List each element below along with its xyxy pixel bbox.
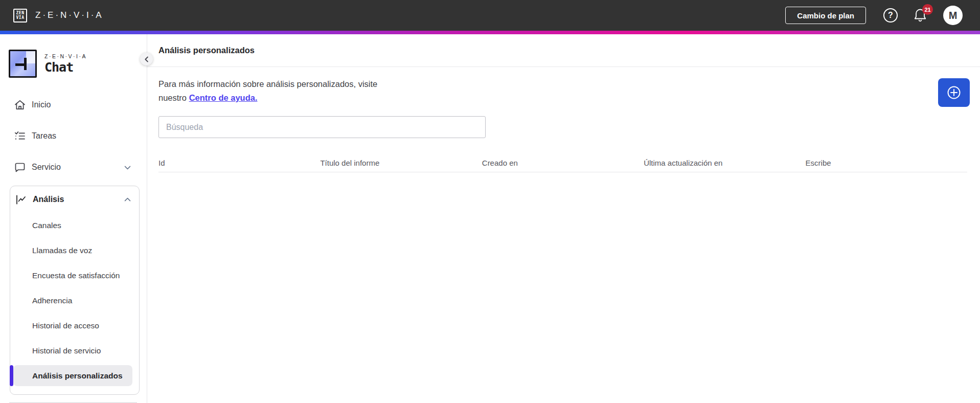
sidebar: Z·E·N·V·I·A Chat Inicio	[0, 34, 147, 403]
sidebar-item-servicio[interactable]: Servicio	[0, 154, 147, 180]
sidebar-subitem-canales[interactable]: Canales	[10, 213, 139, 238]
subitem-label: Historial de acceso	[32, 321, 99, 330]
brand-wordmark: Z·E·N·V·I·A	[35, 10, 104, 20]
search-input[interactable]	[158, 116, 486, 138]
chevron-up-icon	[123, 195, 132, 204]
table-body-empty	[158, 172, 967, 367]
sidebar-item-tareas[interactable]: Tareas	[0, 123, 147, 149]
line-chart-icon	[15, 193, 28, 206]
subitem-label: Encuesta de satisfacción	[32, 271, 120, 280]
zenvia-logo-text-top: ZEN	[16, 11, 25, 15]
sidebar-subitem-encuesta-de-satisfaccion[interactable]: Encuesta de satisfacción	[10, 263, 139, 288]
column-header-creado-en[interactable]: Creado en	[482, 159, 644, 167]
content-area: Para más información sobre análisis pers…	[147, 67, 980, 367]
subitem-label: Adherencia	[32, 296, 72, 305]
topbar: ZEN VIA Z·E·N·V·I·A Cambio de plan ? 21 …	[0, 0, 980, 31]
page-title: Análisis personalizados	[158, 46, 255, 55]
sidebar-item-label: Tareas	[32, 131, 147, 141]
change-plan-button[interactable]: Cambio de plan	[785, 7, 866, 24]
add-report-button[interactable]	[938, 78, 970, 107]
intro-paragraph: Para más información sobre análisis pers…	[158, 77, 404, 105]
sidebar-brand-text: Z·E·N·V·I·A	[44, 53, 87, 59]
sidebar-item-label: Inicio	[32, 100, 147, 109]
sidebar-item-inicio[interactable]: Inicio	[0, 92, 147, 118]
notifications-button[interactable]: 21	[913, 7, 928, 24]
user-avatar[interactable]: M	[943, 6, 963, 25]
tasks-icon	[14, 130, 26, 142]
sidebar-product-text: Chat	[44, 60, 87, 75]
notification-count-badge: 21	[922, 4, 933, 15]
chevron-left-icon	[142, 55, 151, 64]
subitem-label: Canales	[32, 221, 61, 230]
table-header-row: Id Título del informe Creado en Última a…	[158, 153, 967, 172]
sidebar-item-label: Servicio	[32, 163, 123, 172]
chat-bubble-icon	[14, 161, 26, 173]
subitem-label: Análisis personalizados	[32, 371, 123, 380]
sidebar-subitem-historial-de-acceso[interactable]: Historial de acceso	[10, 313, 139, 338]
sidebar-item-label: Análisis	[33, 195, 123, 204]
subitem-label: Historial de servicio	[32, 346, 101, 355]
column-header-titulo[interactable]: Título del informe	[320, 159, 482, 167]
sidebar-menu: Inicio Tareas Servicio	[0, 92, 147, 180]
help-icon[interactable]: ?	[883, 8, 898, 23]
main-content: Análisis personalizados Para más informa…	[147, 34, 980, 403]
column-header-escribe[interactable]: Escribe	[806, 159, 967, 167]
active-indicator-bar	[10, 365, 13, 386]
column-header-ultima-actualizacion[interactable]: Última actualización en	[644, 159, 805, 167]
sidebar-item-analisis[interactable]: Análisis	[10, 186, 139, 213]
zenvia-chat-logo: Z·E·N·V·I·A Chat	[9, 50, 147, 78]
sidebar-subitem-historial-de-servicio[interactable]: Historial de servicio	[10, 338, 139, 363]
zenvia-logo-icon: ZEN VIA	[13, 9, 27, 23]
page-header: Análisis personalizados	[147, 34, 980, 67]
sidebar-subitem-adherencia[interactable]: Adherencia	[10, 288, 139, 313]
column-header-id[interactable]: Id	[158, 159, 320, 167]
home-icon	[14, 99, 26, 111]
chat-logo-icon	[9, 50, 37, 78]
chevron-down-icon	[123, 163, 132, 172]
analysis-section: Análisis Canales Llamadas de voz Encuest…	[10, 186, 140, 395]
help-glyph: ?	[888, 11, 893, 20]
accent-gradient-stripe	[0, 31, 980, 34]
sidebar-subitem-llamadas-de-voz[interactable]: Llamadas de voz	[10, 238, 139, 263]
sidebar-subitem-analisis-personalizados[interactable]: Análisis personalizados	[10, 363, 139, 388]
zenvia-logo-text-bottom: VIA	[16, 15, 25, 20]
avatar-initial: M	[949, 10, 958, 21]
help-center-link[interactable]: Centro de ayuda.	[189, 93, 258, 102]
sidebar-collapse-button[interactable]	[140, 53, 153, 65]
plus-circle-icon	[945, 84, 963, 101]
subitem-label: Llamadas de voz	[32, 246, 92, 255]
